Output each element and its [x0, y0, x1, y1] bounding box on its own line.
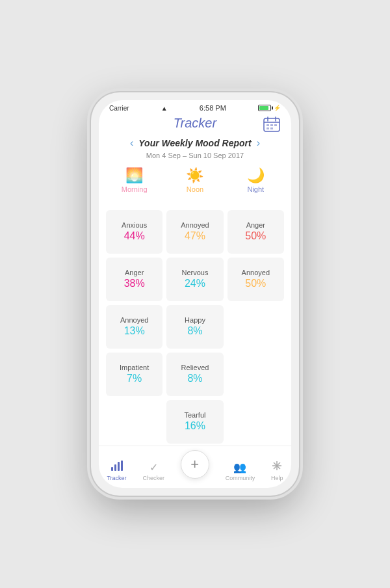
- battery-area: ⚡: [258, 105, 281, 111]
- mood-name: Anxious: [122, 221, 147, 230]
- mood-name: Relieved: [181, 364, 209, 372]
- community-label: Community: [226, 475, 255, 481]
- mood-name: Happy: [185, 316, 205, 325]
- morning-icon: 🌅: [125, 167, 143, 184]
- nav-checker[interactable]: ✓ Checker: [142, 461, 164, 481]
- morning-label: Morning: [122, 185, 148, 193]
- nav-help[interactable]: Help: [271, 461, 283, 481]
- mood-name: Annoyed: [242, 269, 270, 277]
- nav-community[interactable]: 👥 Community: [226, 461, 255, 481]
- mood-percent: 47%: [185, 230, 205, 243]
- help-icon: [272, 461, 282, 474]
- mood-cell: Tearful16%: [166, 400, 223, 444]
- checker-label: Checker: [142, 475, 164, 481]
- mood-cell: [106, 400, 162, 444]
- community-icon: 👥: [233, 461, 246, 474]
- mood-cell: Annoyed47%: [166, 210, 223, 254]
- night-label: Night: [247, 185, 264, 193]
- battery-icon: [258, 105, 271, 111]
- prev-arrow[interactable]: ‹: [130, 137, 133, 149]
- checker-icon: ✓: [150, 461, 158, 474]
- svg-rect-8: [270, 127, 273, 129]
- col-header-night: 🌙 Night: [226, 165, 286, 208]
- svg-rect-12: [121, 461, 123, 471]
- calendar-icon[interactable]: [263, 116, 281, 134]
- mood-cell: [228, 305, 284, 349]
- mood-percent: 8%: [187, 325, 202, 338]
- mood-percent: 44%: [124, 230, 145, 243]
- mood-cell: Nervous24%: [166, 258, 223, 301]
- mood-percent: 7%: [127, 372, 142, 386]
- mood-cell: Anxious44%: [106, 210, 162, 254]
- mood-name: Anger: [125, 269, 144, 277]
- svg-rect-4: [266, 124, 269, 126]
- app-title: Tracker: [174, 116, 216, 130]
- mood-cell: [228, 353, 284, 396]
- mood-percent: 50%: [245, 230, 266, 243]
- mood-cell: [228, 400, 284, 444]
- mood-cell: Annoyed50%: [228, 258, 284, 301]
- wifi-icon: ▲: [161, 105, 168, 112]
- svg-rect-11: [118, 462, 120, 471]
- tracker-label: Tracker: [107, 475, 126, 481]
- svg-rect-6: [274, 124, 277, 126]
- mood-percent: 13%: [124, 325, 145, 338]
- mood-percent: 24%: [185, 277, 205, 291]
- svg-rect-10: [114, 464, 116, 471]
- help-label: Help: [271, 475, 283, 481]
- nav-tracker[interactable]: Tracker: [107, 461, 126, 481]
- status-bar: Carrier ▲ 6:58 PM ⚡: [99, 100, 291, 113]
- date-range: Mon 4 Sep – Sun 10 Sep 2017: [99, 152, 291, 165]
- mood-grid: 🌅 Morning ☀️ Noon 🌙 Night Anxious44%Anno…: [99, 165, 291, 446]
- mood-percent: 38%: [124, 277, 145, 291]
- carrier-label: Carrier: [109, 105, 129, 112]
- mood-percent: 16%: [185, 420, 205, 433]
- report-title: Your Weekly Mood Report: [138, 138, 251, 148]
- add-button[interactable]: +: [181, 450, 209, 479]
- mood-cell: Happy8%: [166, 305, 223, 349]
- next-arrow[interactable]: ›: [257, 137, 260, 149]
- charging-icon: ⚡: [274, 105, 281, 111]
- time-label: 6:58 PM: [200, 104, 226, 112]
- mood-name: Anger: [246, 221, 265, 230]
- add-icon: +: [190, 457, 199, 472]
- noon-icon: ☀️: [186, 167, 203, 184]
- col-header-morning: 🌅 Morning: [104, 165, 164, 208]
- mood-name: Annoyed: [181, 221, 209, 230]
- svg-rect-5: [270, 124, 273, 126]
- mood-cell: Anger50%: [228, 210, 284, 254]
- noon-label: Noon: [187, 185, 203, 193]
- app-header: Tracker: [99, 113, 291, 135]
- col-header-noon: ☀️ Noon: [164, 165, 225, 208]
- mood-name: Nervous: [182, 269, 209, 277]
- mood-cell: Annoyed13%: [106, 305, 162, 349]
- mood-cell: Anger38%: [106, 258, 162, 301]
- phone-screen: Carrier ▲ 6:58 PM ⚡ Tracker: [99, 100, 291, 488]
- phone-frame: Carrier ▲ 6:58 PM ⚡ Tracker: [91, 92, 299, 496]
- mood-name: Annoyed: [120, 316, 148, 325]
- mood-cell: Impatient7%: [106, 353, 162, 396]
- night-icon: 🌙: [247, 167, 265, 184]
- mood-name: Tearful: [184, 411, 205, 420]
- svg-rect-7: [266, 127, 269, 129]
- mood-percent: 8%: [187, 372, 202, 386]
- mood-name: Impatient: [120, 364, 149, 372]
- report-header: ‹ Your Weekly Mood Report ›: [99, 135, 291, 152]
- tracker-icon: [111, 461, 123, 474]
- mood-percent: 50%: [245, 277, 266, 291]
- mood-cell: Relieved8%: [166, 353, 223, 396]
- report-section: ‹ Your Weekly Mood Report › Mon 4 Sep – …: [99, 135, 291, 446]
- bottom-nav: Tracker ✓ Checker + 👥 Community Help: [99, 446, 291, 488]
- svg-rect-9: [111, 467, 113, 471]
